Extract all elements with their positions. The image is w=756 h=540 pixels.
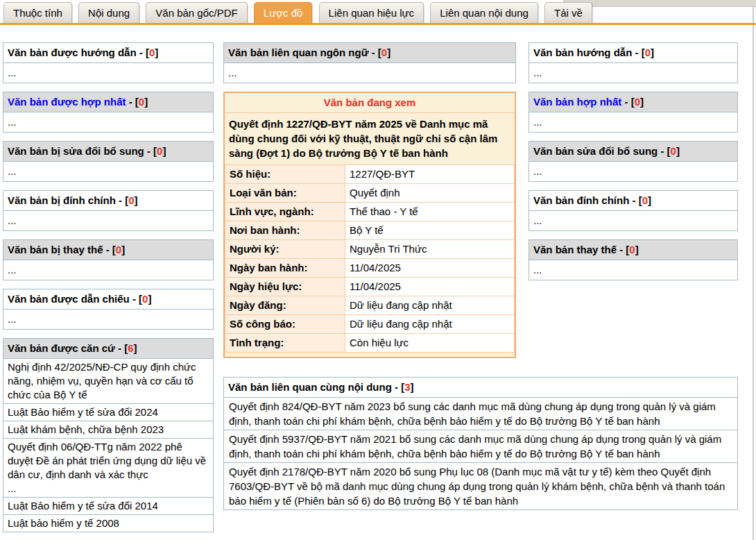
field-label-nguoi-ky: Người ký:	[225, 240, 345, 259]
count-badge: 0	[116, 244, 121, 255]
count-close-bracket: ]	[134, 342, 137, 354]
count-open-bracket: - [	[621, 96, 634, 108]
count-open-bracket: - [	[629, 194, 642, 206]
empty-placeholder: ...	[224, 63, 515, 83]
field-label-noi-ban-hanh: Nơi ban hành:	[225, 221, 345, 240]
box-header: Văn bản được dẫn chiếu - [0]	[3, 289, 213, 310]
count-open-bracket: - [	[116, 194, 128, 206]
table-row: Người ký: Nguyễn Tri Thức	[225, 240, 515, 259]
document-link[interactable]: Luật khám bệnh, chữa bệnh 2023	[3, 421, 213, 438]
tab-diagram[interactable]: Lược đồ	[254, 2, 313, 24]
relation-box-guiding-documents: Văn bản hướng dẫn - [0] ...	[529, 42, 738, 83]
relation-box-language: Văn bản liên quan ngôn ngữ - [0] ...	[223, 42, 516, 83]
tab-content-relations[interactable]: Liên quan nội dung	[430, 2, 538, 24]
table-row: Tình trạng: Còn hiệu lực	[225, 334, 515, 353]
count-close-bracket: ]	[648, 194, 651, 206]
count-open-bracket: - [	[617, 244, 629, 255]
empty-placeholder: ...	[3, 211, 213, 230]
box-header: Văn bản hợp nhất - [0]	[529, 92, 737, 112]
count-open-bracket: - [	[115, 342, 128, 354]
relation-box-guided-documents: Văn bản được hướng dẫn - [0] ...	[3, 42, 214, 83]
tab-properties[interactable]: Thuộc tính	[3, 2, 72, 24]
document-link[interactable]: Quyết định 06/QĐ-TTg năm 2022 phê duyệt …	[3, 438, 213, 497]
relation-box-consolidated-source: Văn bản được hợp nhất - [0] ...	[3, 92, 214, 133]
count-badge: 0	[149, 47, 155, 58]
field-value-loai-van-ban: Quyết định	[345, 184, 515, 203]
box-header: Văn bản liên quan cùng nội dung - [3]	[224, 378, 737, 398]
document-link[interactable]: Quyết định 2178/QĐ-BYT năm 2020 bổ sung …	[224, 462, 737, 509]
field-label-so-cong-bao: Số công báo:	[225, 315, 345, 334]
count-close-bracket: ]	[387, 47, 390, 58]
field-label-ngay-dang: Ngày đăng:	[225, 296, 345, 315]
count-open-bracket: - [	[369, 47, 381, 58]
box-label: Văn bản được hướng dẫn	[8, 47, 137, 58]
field-value-ngay-ban-hanh: 11/04/2025	[345, 259, 515, 278]
box-label: Văn bản liên quan ngôn ngữ	[228, 47, 369, 58]
field-label-so-hieu: Số hiệu:	[225, 165, 345, 184]
tab-effect-relations[interactable]: Liên quan hiệu lực	[319, 2, 424, 24]
count-close-bracket: ]	[640, 96, 644, 108]
relation-box-amended-by: Văn bản bị sửa đổi bổ sung - [0] ...	[3, 141, 214, 182]
count-badge: 3	[404, 381, 410, 393]
relation-box-replacing: Văn bản thay thế - [0] ...	[529, 239, 738, 280]
tab-original-pdf[interactable]: Văn bản gốc/PDF	[146, 2, 247, 24]
box-label[interactable]: Văn bản hợp nhất	[533, 96, 621, 108]
field-value-linh-vuc: Thể thao - Y tế	[345, 203, 515, 221]
field-label-tinh-trang: Tình trạng:	[225, 334, 345, 353]
document-link[interactable]: Quyết định 5937/QĐ-BYT năm 2021 bổ sung …	[224, 430, 737, 462]
table-row: Ngày hiệu lực: 11/04/2025	[225, 278, 515, 296]
relation-box-referenced: Văn bản được dẫn chiếu - [0] ...	[3, 289, 214, 330]
count-open-bracket: - [	[658, 145, 670, 157]
relation-box-corrected-by: Văn bản bị đính chính - [0] ...	[3, 190, 214, 231]
document-link[interactable]: Nghị định 42/2025/NĐ-CP quy định chức nă…	[3, 359, 213, 403]
table-row: Số công báo: Dữ liệu đang cập nhật	[225, 315, 515, 334]
count-badge: 0	[671, 145, 676, 157]
document-link[interactable]: Luật Bảo hiểm y tế sửa đổi 2014	[3, 497, 213, 514]
count-close-bracket: ]	[651, 47, 654, 58]
box-label: Văn bản đính chính	[533, 194, 629, 206]
field-value-so-cong-bao: Dữ liệu đang cập nhật	[345, 315, 515, 334]
count-close-bracket: ]	[162, 145, 166, 157]
box-header: Văn bản bị thay thế - [0]	[3, 240, 213, 260]
right-relations-column: Văn bản hướng dẫn - [0] ... Văn bản hợp …	[529, 42, 738, 289]
empty-placeholder: ...	[529, 260, 737, 280]
count-badge: 0	[635, 96, 640, 108]
document-link[interactable]: Quyết định 824/QĐ-BYT năm 2023 bổ sung c…	[224, 398, 737, 430]
field-value-so-hieu: 1227/QĐ-BYT	[345, 165, 515, 184]
table-row: Lĩnh vực, ngành: Thể thao - Y tế	[225, 203, 515, 221]
box-label: Văn bản bị đính chính	[8, 194, 116, 206]
relation-box-amending: Văn bản sửa đổi bổ sung - [0] ...	[529, 141, 738, 182]
count-close-bracket: ]	[155, 47, 158, 58]
box-label: Văn bản được căn cứ	[8, 342, 115, 354]
empty-placeholder: ...	[529, 162, 737, 181]
empty-placeholder: ...	[3, 260, 213, 280]
field-value-ngay-dang: Dữ liệu đang cập nhật	[345, 296, 515, 315]
box-header: Văn bản được hướng dẫn - [0]	[3, 43, 213, 63]
field-label-ngay-hieu-luc: Ngày hiệu lực:	[225, 278, 345, 296]
count-badge: 0	[642, 194, 648, 206]
relation-box-consolidated: Văn bản hợp nhất - [0] ...	[529, 92, 738, 133]
box-header: Văn bản được căn cứ - [6]	[3, 339, 213, 359]
table-row: Số hiệu: 1227/QĐ-BYT	[225, 165, 515, 184]
count-close-bracket: ]	[148, 293, 151, 305]
box-header: Văn bản liên quan ngôn ngữ - [0]	[224, 43, 515, 63]
box-label[interactable]: Văn bản được hợp nhất	[8, 96, 126, 108]
count-open-bracket: - [	[126, 96, 139, 108]
relation-box-replaced-by: Văn bản bị thay thế - [0] ...	[3, 239, 214, 280]
box-header: Văn bản bị sửa đổi bổ sung - [0]	[3, 142, 213, 162]
box-header: Văn bản đính chính - [0]	[529, 191, 737, 211]
count-close-bracket: ]	[676, 145, 680, 157]
document-link[interactable]: Luật bảo hiểm y tế 2008	[3, 514, 213, 532]
count-close-bracket: ]	[121, 244, 125, 255]
empty-placeholder: ...	[3, 63, 213, 83]
tab-download[interactable]: Tải về	[544, 2, 592, 24]
empty-placeholder: ...	[3, 112, 213, 132]
table-row: Ngày đăng: Dữ liệu đang cập nhật	[225, 296, 515, 315]
tab-content[interactable]: Nội dung	[78, 2, 139, 24]
count-badge: 6	[128, 342, 133, 354]
field-value-nguoi-ky: Nguyễn Tri Thức	[345, 240, 515, 259]
document-link[interactable]: Luật Bảo hiểm y tế sửa đổi 2024	[3, 403, 213, 421]
box-label: Văn bản sửa đổi bổ sung	[533, 145, 658, 157]
count-close-bracket: ]	[135, 194, 138, 206]
box-header: Văn bản bị đính chính - [0]	[3, 191, 213, 211]
